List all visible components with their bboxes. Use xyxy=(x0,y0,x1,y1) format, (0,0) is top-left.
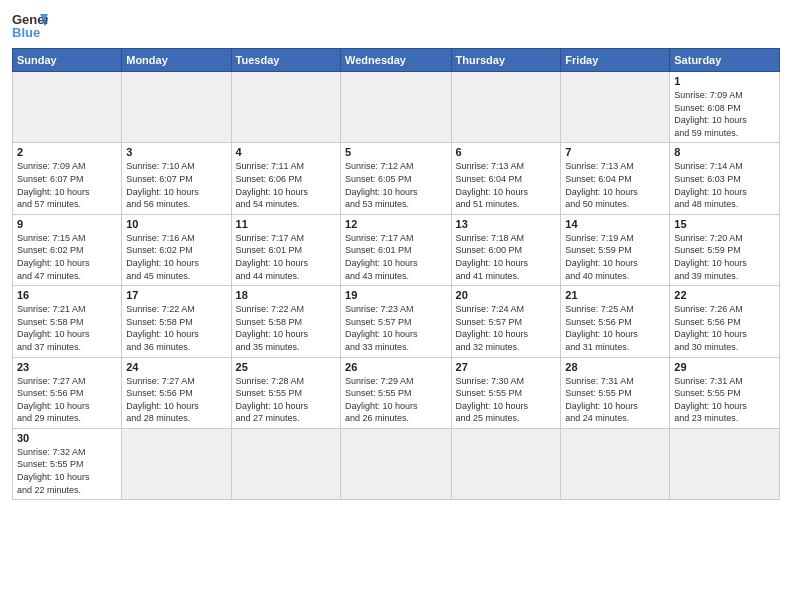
day-info: Sunrise: 7:27 AM Sunset: 5:56 PM Dayligh… xyxy=(17,375,117,425)
weekday-header-thursday: Thursday xyxy=(451,49,561,72)
day-cell xyxy=(13,72,122,143)
day-info: Sunrise: 7:31 AM Sunset: 5:55 PM Dayligh… xyxy=(674,375,775,425)
day-cell: 17Sunrise: 7:22 AM Sunset: 5:58 PM Dayli… xyxy=(122,286,231,357)
day-cell: 11Sunrise: 7:17 AM Sunset: 6:01 PM Dayli… xyxy=(231,214,340,285)
day-cell: 25Sunrise: 7:28 AM Sunset: 5:55 PM Dayli… xyxy=(231,357,340,428)
day-info: Sunrise: 7:09 AM Sunset: 6:08 PM Dayligh… xyxy=(674,89,775,139)
day-info: Sunrise: 7:21 AM Sunset: 5:58 PM Dayligh… xyxy=(17,303,117,353)
day-cell: 21Sunrise: 7:25 AM Sunset: 5:56 PM Dayli… xyxy=(561,286,670,357)
day-number: 1 xyxy=(674,75,775,87)
day-info: Sunrise: 7:16 AM Sunset: 6:02 PM Dayligh… xyxy=(126,232,226,282)
day-number: 19 xyxy=(345,289,446,301)
day-cell: 6Sunrise: 7:13 AM Sunset: 6:04 PM Daylig… xyxy=(451,143,561,214)
day-info: Sunrise: 7:18 AM Sunset: 6:00 PM Dayligh… xyxy=(456,232,557,282)
day-cell: 22Sunrise: 7:26 AM Sunset: 5:56 PM Dayli… xyxy=(670,286,780,357)
weekday-header-wednesday: Wednesday xyxy=(341,49,451,72)
day-number: 27 xyxy=(456,361,557,373)
day-number: 2 xyxy=(17,146,117,158)
day-number: 10 xyxy=(126,218,226,230)
day-number: 17 xyxy=(126,289,226,301)
day-cell: 3Sunrise: 7:10 AM Sunset: 6:07 PM Daylig… xyxy=(122,143,231,214)
day-cell xyxy=(122,428,231,499)
day-info: Sunrise: 7:31 AM Sunset: 5:55 PM Dayligh… xyxy=(565,375,665,425)
day-info: Sunrise: 7:23 AM Sunset: 5:57 PM Dayligh… xyxy=(345,303,446,353)
day-cell xyxy=(341,72,451,143)
day-number: 22 xyxy=(674,289,775,301)
day-info: Sunrise: 7:30 AM Sunset: 5:55 PM Dayligh… xyxy=(456,375,557,425)
day-cell: 27Sunrise: 7:30 AM Sunset: 5:55 PM Dayli… xyxy=(451,357,561,428)
day-number: 15 xyxy=(674,218,775,230)
day-number: 12 xyxy=(345,218,446,230)
weekday-header-tuesday: Tuesday xyxy=(231,49,340,72)
day-info: Sunrise: 7:13 AM Sunset: 6:04 PM Dayligh… xyxy=(565,160,665,210)
day-number: 16 xyxy=(17,289,117,301)
week-row-6: 30Sunrise: 7:32 AM Sunset: 5:55 PM Dayli… xyxy=(13,428,780,499)
day-cell: 2Sunrise: 7:09 AM Sunset: 6:07 PM Daylig… xyxy=(13,143,122,214)
day-number: 18 xyxy=(236,289,336,301)
day-number: 11 xyxy=(236,218,336,230)
day-number: 8 xyxy=(674,146,775,158)
day-cell: 28Sunrise: 7:31 AM Sunset: 5:55 PM Dayli… xyxy=(561,357,670,428)
page-header: General Blue xyxy=(12,10,780,40)
day-cell xyxy=(451,428,561,499)
day-cell: 1Sunrise: 7:09 AM Sunset: 6:08 PM Daylig… xyxy=(670,72,780,143)
day-number: 25 xyxy=(236,361,336,373)
day-cell: 14Sunrise: 7:19 AM Sunset: 5:59 PM Dayli… xyxy=(561,214,670,285)
day-cell: 5Sunrise: 7:12 AM Sunset: 6:05 PM Daylig… xyxy=(341,143,451,214)
day-cell xyxy=(561,72,670,143)
day-cell: 4Sunrise: 7:11 AM Sunset: 6:06 PM Daylig… xyxy=(231,143,340,214)
day-info: Sunrise: 7:22 AM Sunset: 5:58 PM Dayligh… xyxy=(236,303,336,353)
day-cell: 13Sunrise: 7:18 AM Sunset: 6:00 PM Dayli… xyxy=(451,214,561,285)
day-info: Sunrise: 7:28 AM Sunset: 5:55 PM Dayligh… xyxy=(236,375,336,425)
day-cell: 15Sunrise: 7:20 AM Sunset: 5:59 PM Dayli… xyxy=(670,214,780,285)
day-cell: 23Sunrise: 7:27 AM Sunset: 5:56 PM Dayli… xyxy=(13,357,122,428)
day-number: 9 xyxy=(17,218,117,230)
day-cell xyxy=(341,428,451,499)
weekday-header-row: SundayMondayTuesdayWednesdayThursdayFrid… xyxy=(13,49,780,72)
day-info: Sunrise: 7:14 AM Sunset: 6:03 PM Dayligh… xyxy=(674,160,775,210)
logo-icon: General Blue xyxy=(12,10,48,40)
day-number: 13 xyxy=(456,218,557,230)
day-number: 4 xyxy=(236,146,336,158)
day-cell: 26Sunrise: 7:29 AM Sunset: 5:55 PM Dayli… xyxy=(341,357,451,428)
day-info: Sunrise: 7:29 AM Sunset: 5:55 PM Dayligh… xyxy=(345,375,446,425)
day-number: 6 xyxy=(456,146,557,158)
day-info: Sunrise: 7:24 AM Sunset: 5:57 PM Dayligh… xyxy=(456,303,557,353)
day-cell xyxy=(122,72,231,143)
day-info: Sunrise: 7:13 AM Sunset: 6:04 PM Dayligh… xyxy=(456,160,557,210)
day-number: 26 xyxy=(345,361,446,373)
week-row-4: 16Sunrise: 7:21 AM Sunset: 5:58 PM Dayli… xyxy=(13,286,780,357)
day-info: Sunrise: 7:22 AM Sunset: 5:58 PM Dayligh… xyxy=(126,303,226,353)
day-number: 30 xyxy=(17,432,117,444)
week-row-2: 2Sunrise: 7:09 AM Sunset: 6:07 PM Daylig… xyxy=(13,143,780,214)
day-cell: 24Sunrise: 7:27 AM Sunset: 5:56 PM Dayli… xyxy=(122,357,231,428)
day-cell xyxy=(231,72,340,143)
day-cell: 30Sunrise: 7:32 AM Sunset: 5:55 PM Dayli… xyxy=(13,428,122,499)
day-cell xyxy=(561,428,670,499)
day-cell: 9Sunrise: 7:15 AM Sunset: 6:02 PM Daylig… xyxy=(13,214,122,285)
day-info: Sunrise: 7:17 AM Sunset: 6:01 PM Dayligh… xyxy=(345,232,446,282)
day-info: Sunrise: 7:26 AM Sunset: 5:56 PM Dayligh… xyxy=(674,303,775,353)
day-number: 21 xyxy=(565,289,665,301)
day-info: Sunrise: 7:27 AM Sunset: 5:56 PM Dayligh… xyxy=(126,375,226,425)
day-number: 20 xyxy=(456,289,557,301)
day-cell: 16Sunrise: 7:21 AM Sunset: 5:58 PM Dayli… xyxy=(13,286,122,357)
day-cell: 8Sunrise: 7:14 AM Sunset: 6:03 PM Daylig… xyxy=(670,143,780,214)
day-number: 5 xyxy=(345,146,446,158)
day-number: 7 xyxy=(565,146,665,158)
day-number: 24 xyxy=(126,361,226,373)
day-cell xyxy=(670,428,780,499)
day-number: 28 xyxy=(565,361,665,373)
day-cell xyxy=(231,428,340,499)
day-cell: 18Sunrise: 7:22 AM Sunset: 5:58 PM Dayli… xyxy=(231,286,340,357)
day-number: 14 xyxy=(565,218,665,230)
day-cell: 10Sunrise: 7:16 AM Sunset: 6:02 PM Dayli… xyxy=(122,214,231,285)
day-info: Sunrise: 7:17 AM Sunset: 6:01 PM Dayligh… xyxy=(236,232,336,282)
week-row-3: 9Sunrise: 7:15 AM Sunset: 6:02 PM Daylig… xyxy=(13,214,780,285)
day-cell: 7Sunrise: 7:13 AM Sunset: 6:04 PM Daylig… xyxy=(561,143,670,214)
day-info: Sunrise: 7:20 AM Sunset: 5:59 PM Dayligh… xyxy=(674,232,775,282)
day-info: Sunrise: 7:15 AM Sunset: 6:02 PM Dayligh… xyxy=(17,232,117,282)
day-info: Sunrise: 7:11 AM Sunset: 6:06 PM Dayligh… xyxy=(236,160,336,210)
day-number: 3 xyxy=(126,146,226,158)
weekday-header-monday: Monday xyxy=(122,49,231,72)
